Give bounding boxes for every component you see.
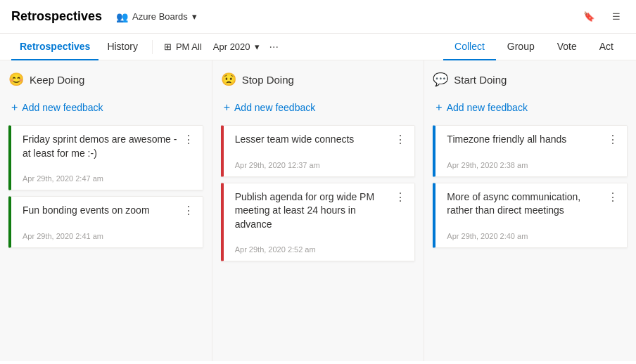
- tab-history[interactable]: History: [98, 34, 146, 60]
- column-icon-keep-doing: 😊: [8, 72, 24, 87]
- azure-boards-button[interactable]: 👥 Azure Boards ▾: [110, 8, 203, 25]
- date-filter[interactable]: Apr 2020 ▾: [208, 37, 265, 56]
- card-timestamp: Apr 29th, 2020 2:40 am: [447, 232, 618, 240]
- more-dots-icon: ···: [269, 41, 279, 53]
- more-dots-icon: ⋮: [395, 134, 406, 145]
- phase-tab-vote[interactable]: Vote: [546, 34, 588, 60]
- column-title-keep-doing: Keep Doing: [30, 74, 84, 86]
- column-header-start-doing: 💬 Start Doing: [433, 69, 628, 90]
- table-row: ⋮ Friday sprint demos are awesome - at l…: [8, 125, 203, 190]
- phase-tab-group[interactable]: Group: [496, 34, 546, 60]
- column-keep-doing: 😊 Keep Doing +Add new feedback ⋮ Friday …: [0, 60, 212, 361]
- card-text: Timezone friendly all hands: [447, 133, 618, 147]
- bookmark-button[interactable]: 🔖: [579, 7, 599, 26]
- chevron-down-icon: ▾: [255, 41, 260, 52]
- card-text: More of async communication, rather than…: [447, 190, 618, 218]
- column-stop-doing: 😟 Stop Doing +Add new feedback ⋮ Lesser …: [212, 60, 425, 361]
- table-row: ⋮ More of async communication, rather th…: [433, 183, 628, 248]
- date-label: Apr 2020: [213, 41, 250, 52]
- table-row: ⋮ Timezone friendly all hands Apr 29th, …: [433, 125, 628, 177]
- phase-tab-collect[interactable]: Collect: [443, 34, 496, 60]
- add-feedback-keep-doing[interactable]: +Add new feedback: [8, 97, 203, 118]
- column-title-start-doing: Start Doing: [454, 74, 507, 86]
- card-menu-button[interactable]: ⋮: [604, 189, 621, 205]
- card-menu-button[interactable]: ⋮: [604, 131, 621, 148]
- top-bar: Retrospectives 👥 Azure Boards ▾ 🔖 ☰: [0, 0, 636, 34]
- card-timestamp: Apr 29th, 2020 2:47 am: [23, 174, 194, 183]
- card-timestamp: Apr 29th, 2020 2:41 am: [23, 232, 194, 240]
- card-timestamp: Apr 29th, 2020 12:37 am: [235, 161, 407, 169]
- column-icon-stop-doing: 😟: [221, 72, 236, 87]
- phase-tab-act[interactable]: Act: [588, 34, 625, 60]
- more-dots-icon: ⋮: [183, 204, 194, 216]
- more-dots-icon: ⋮: [607, 191, 618, 203]
- menu-button[interactable]: ☰: [608, 7, 625, 26]
- filter-selector[interactable]: ⊞ PM All: [158, 37, 208, 56]
- add-feedback-label: Add new feedback: [22, 102, 103, 113]
- table-row: ⋮ Lesser team wide connects Apr 29th, 20…: [221, 125, 416, 177]
- bookmark-icon: 🔖: [583, 11, 595, 22]
- card-text: Publish agenda for org wide PM meeting a…: [235, 190, 407, 232]
- column-header-stop-doing: 😟 Stop Doing: [221, 69, 416, 90]
- column-title-stop-doing: Stop Doing: [242, 74, 294, 86]
- card-timestamp: Apr 29th, 2020 2:52 am: [235, 245, 407, 254]
- card-menu-button[interactable]: ⋮: [392, 131, 409, 148]
- more-dots-icon: ⋮: [607, 134, 618, 145]
- card-menu-button[interactable]: ⋮: [180, 202, 197, 219]
- grid-icon: ⊞: [164, 41, 172, 52]
- azure-boards-label: Azure Boards: [132, 11, 188, 22]
- nav-divider: [152, 40, 153, 54]
- main-content: 😊 Keep Doing +Add new feedback ⋮ Friday …: [0, 60, 636, 361]
- add-feedback-label: Add new feedback: [447, 102, 528, 113]
- more-dots-icon: ⋮: [183, 134, 194, 145]
- column-header-keep-doing: 😊 Keep Doing: [8, 69, 203, 90]
- add-feedback-start-doing[interactable]: +Add new feedback: [433, 97, 628, 118]
- hamburger-icon: ☰: [612, 11, 621, 22]
- card-text: Friday sprint demos are awesome - at lea…: [23, 133, 194, 160]
- column-icon-start-doing: 💬: [433, 72, 448, 87]
- nav-bar: Retrospectives History ⊞ PM All Apr 2020…: [0, 34, 636, 60]
- plus-icon: +: [435, 101, 442, 114]
- card-text: Fun bonding events on zoom: [23, 204, 194, 218]
- card-menu-button[interactable]: ⋮: [392, 189, 409, 205]
- chevron-down-icon: ▾: [192, 11, 197, 22]
- table-row: ⋮ Publish agenda for org wide PM meeting…: [221, 183, 416, 262]
- person-group-icon: 👥: [116, 11, 128, 22]
- app-title: Retrospectives: [11, 9, 102, 24]
- filter-label: PM All: [176, 41, 202, 52]
- more-options-button[interactable]: ···: [265, 37, 283, 58]
- more-dots-icon: ⋮: [395, 191, 406, 203]
- card-text: Lesser team wide connects: [235, 133, 407, 147]
- plus-icon: +: [11, 101, 18, 114]
- card-menu-button[interactable]: ⋮: [180, 131, 197, 148]
- tab-retrospectives[interactable]: Retrospectives: [11, 34, 98, 60]
- table-row: ⋮ Fun bonding events on zoom Apr 29th, 2…: [8, 196, 203, 248]
- top-bar-left: Retrospectives 👥 Azure Boards ▾: [11, 8, 203, 25]
- add-feedback-stop-doing[interactable]: +Add new feedback: [221, 97, 416, 118]
- add-feedback-label: Add new feedback: [234, 102, 315, 113]
- column-start-doing: 💬 Start Doing +Add new feedback ⋮ Timezo…: [424, 60, 636, 361]
- phase-tabs: Collect Group Vote Act: [443, 34, 625, 60]
- plus-icon: +: [224, 101, 230, 114]
- top-bar-right: 🔖 ☰: [579, 7, 625, 26]
- card-timestamp: Apr 29th, 2020 2:38 am: [447, 161, 618, 169]
